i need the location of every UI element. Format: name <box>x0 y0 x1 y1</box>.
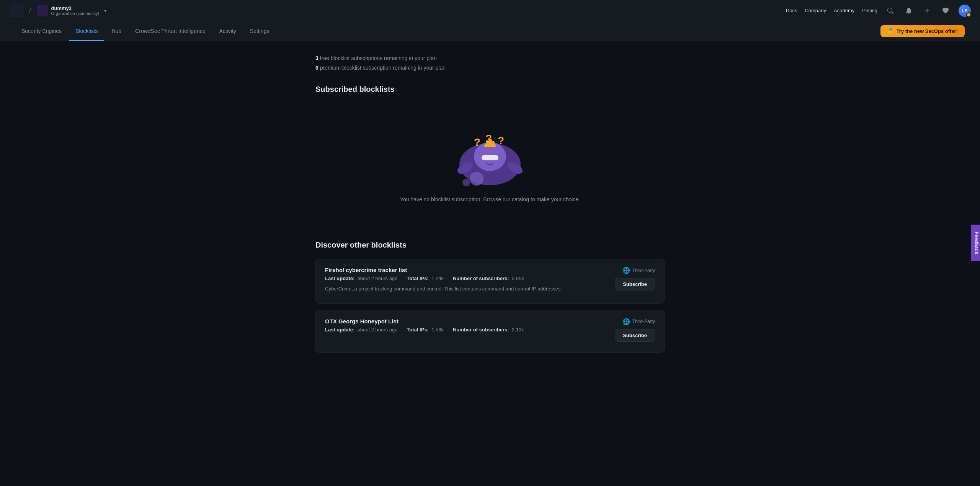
globe-icon-0: 🌐 <box>622 267 630 274</box>
topbar-right: Docs Company Academy Pricing LA <box>786 5 971 17</box>
third-party-badge-1: 🌐 Third-Party <box>622 318 655 325</box>
empty-state: ? ? ? You have no blocklist subscription… <box>315 103 665 225</box>
nav-threat-intel[interactable]: CrowdSec Threat Intelligence <box>129 21 211 41</box>
subscribed-title: Subscribed blocklists <box>315 85 665 94</box>
premium-sub-info: 0 premium blocklist subscription remaini… <box>315 63 665 73</box>
subscribers-1: Number of subscribers: 2.13k <box>453 327 524 333</box>
svg-point-16 <box>470 172 483 186</box>
nav-activity[interactable]: Activity <box>213 21 242 41</box>
path-separator: / <box>29 6 31 15</box>
blocklist-meta-0: Last update: about 2 hours ago Total IPs… <box>325 276 594 281</box>
svg-rect-2 <box>37 5 48 16</box>
svg-rect-12 <box>492 141 495 145</box>
search-button[interactable] <box>885 5 896 16</box>
pricing-link[interactable]: Pricing <box>862 8 877 13</box>
secops-icon: 🏅 <box>887 28 893 34</box>
card-left-1: OTX Georgs Honeypot List Last update: ab… <box>325 318 594 336</box>
subnav-items: Security Engines Blocklists Hub CrowdSec… <box>15 21 275 41</box>
org-chevron-icon: ▾ <box>104 8 106 13</box>
blocklist-card-0: Firehol cybercrime tracker list Last upd… <box>315 259 665 304</box>
blocklist-desc-0: CyberCrime, a project tracking command a… <box>325 285 594 293</box>
notifications-button[interactable] <box>903 5 914 16</box>
nav-blocklists[interactable]: Blocklists <box>69 21 104 41</box>
org-switcher[interactable]: 🐱 dummy2 Organization (community) ▾ <box>37 5 106 16</box>
blocklist-name-0: Firehol cybercrime tracker list <box>325 267 594 273</box>
company-link[interactable]: Company <box>805 8 826 13</box>
main-content: 3 free blocklist subscriptions remaining… <box>306 41 674 371</box>
svg-text:?: ? <box>498 135 504 147</box>
total-ips-1: Total IPs: 1.56k <box>407 327 444 333</box>
topbar-left: 🦁 / 🐱 dummy2 Organization (community) ▾ <box>9 3 106 18</box>
free-sub-info: 3 free blocklist subscriptions remaining… <box>315 54 665 63</box>
svg-text:?: ? <box>485 132 492 144</box>
subscribers-0: Number of subscribers: 5.95k <box>453 276 524 281</box>
user-avatar[interactable]: LA <box>959 5 971 17</box>
favorites-button[interactable] <box>940 5 951 16</box>
secondary-nav: Security Engines Blocklists Hub CrowdSec… <box>0 21 980 41</box>
globe-icon-1: 🌐 <box>622 318 630 325</box>
nav-hub[interactable]: Hub <box>105 21 127 41</box>
subscribe-button-1[interactable]: Subscribe <box>615 329 655 342</box>
secops-cta-button[interactable]: 🏅 Try the new SecOps offer! <box>880 25 965 37</box>
subscribed-section: Subscribed blocklists <box>315 85 665 225</box>
subscription-info: 3 free blocklist subscriptions remaining… <box>315 54 665 73</box>
card-left-0: Firehol cybercrime tracker list Last upd… <box>325 267 594 293</box>
org-icon: 🐱 <box>37 5 48 16</box>
svg-rect-8 <box>482 155 498 160</box>
org-name: dummy2 <box>51 5 100 11</box>
docs-link[interactable]: Docs <box>786 8 797 13</box>
secops-label: Try the new SecOps offer! <box>897 28 958 34</box>
academy-link[interactable]: Academy <box>834 8 854 13</box>
third-party-badge-0: 🌐 Third-Party <box>622 267 655 274</box>
last-update-0: Last update: about 2 hours ago <box>325 276 397 281</box>
nav-security-engines[interactable]: Security Engines <box>15 21 68 41</box>
blocklist-name-1: OTX Georgs Honeypot List <box>325 318 594 325</box>
topbar: 🦁 / 🐱 dummy2 Organization (community) ▾ … <box>0 0 980 21</box>
nav-settings[interactable]: Settings <box>244 21 276 41</box>
empty-text: You have no blocklist subscription. Brow… <box>400 196 580 202</box>
card-top-1: OTX Georgs Honeypot List Last update: ab… <box>325 318 655 342</box>
discover-section: Discover other blocklists Firehol cyberc… <box>315 241 665 353</box>
card-right-0: 🌐 Third-Party Subscribe <box>594 267 655 290</box>
org-type: Organization (community) <box>51 11 100 16</box>
org-details: dummy2 Organization (community) <box>51 5 100 16</box>
blocklist-meta-1: Last update: about 2 hours ago Total IPs… <box>325 327 594 333</box>
crowdsec-logo: 🦁 <box>9 3 24 18</box>
blocklist-card-1: OTX Georgs Honeypot List Last update: ab… <box>315 310 665 353</box>
empty-illustration: ? ? ? <box>448 118 532 187</box>
svg-rect-0 <box>9 3 24 18</box>
feedback-tab[interactable]: Feedback <box>970 225 980 261</box>
last-update-1: Last update: about 2 hours ago <box>325 327 397 333</box>
card-top-0: Firehol cybercrime tracker list Last upd… <box>325 267 655 293</box>
svg-text:?: ? <box>474 136 480 148</box>
subscribe-button-0[interactable]: Subscribe <box>615 278 655 290</box>
total-ips-0: Total IPs: 1.24k <box>407 276 444 281</box>
add-button[interactable] <box>922 5 933 16</box>
discover-title: Discover other blocklists <box>315 241 665 250</box>
svg-point-17 <box>462 179 470 186</box>
card-right-1: 🌐 Third-Party Subscribe <box>594 318 655 342</box>
